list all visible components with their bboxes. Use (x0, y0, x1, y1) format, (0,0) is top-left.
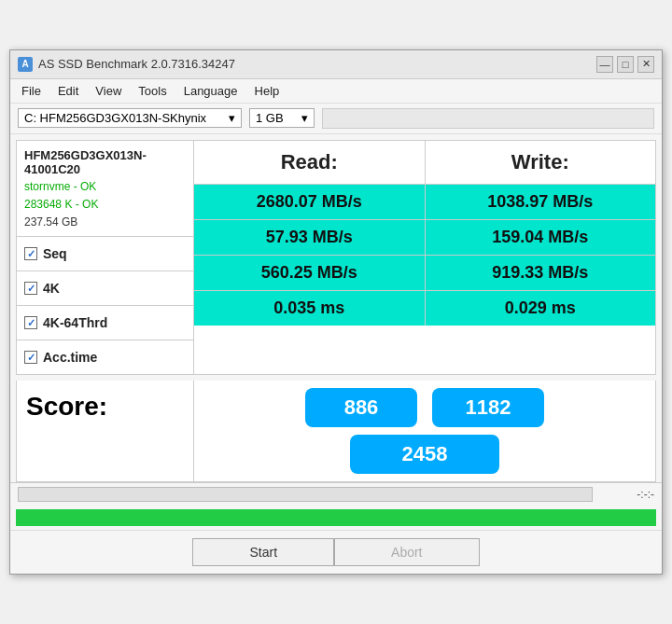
4k64-write-value: 919.33 MB/s (426, 256, 656, 290)
bottom-bar: -:-:- (10, 482, 662, 506)
acctime-read-value: 0.035 ms (194, 291, 426, 326)
row-label-4k64: ✓ 4K-64Thrd (17, 306, 193, 340)
4k-read-value: 57.93 MB/s (194, 220, 426, 255)
drive-select-arrow: ▾ (229, 111, 235, 125)
seq-values: 2680.07 MB/s 1038.97 MB/s (194, 185, 655, 220)
seq-checkbox[interactable]: ✓ (24, 247, 37, 260)
toolbar: C: HFM256GD3GX013N-SKhynix ▾ 1 GB ▾ (10, 104, 662, 134)
4k64-checkbox[interactable]: ✓ (24, 316, 37, 329)
bench-area: HFM256GD3GX013N-41001C20 stornvme - OK 2… (17, 141, 655, 374)
bottom-time: -:-:- (598, 488, 654, 501)
drive-driver-status: stornvme - OK 283648 K - OK (24, 178, 186, 214)
menu-item-tools[interactable]: Tools (131, 81, 174, 101)
menu-item-file[interactable]: File (14, 81, 49, 101)
right-columns: Read: Write: 2680.07 MB/s 1038.97 MB/s 5… (194, 141, 655, 374)
4k-values: 57.93 MB/s 159.04 MB/s (194, 220, 655, 256)
acctime-values: 0.035 ms 0.029 ms (194, 291, 655, 326)
seq-label: Seq (43, 246, 67, 261)
menu-item-view[interactable]: View (88, 81, 129, 101)
4k-write-value: 159.04 MB/s (426, 220, 656, 255)
acctime-write-value: 0.029 ms (426, 291, 656, 326)
size-select-arrow: ▾ (301, 111, 308, 125)
score-read-badge: 886 (305, 388, 417, 427)
drive-select-label: C: HFM256GD3GX013N-SKhynix (24, 111, 206, 125)
acctime-label: Acc.time (43, 350, 97, 365)
4k64-read-value: 560.25 MB/s (194, 256, 426, 290)
left-column: HFM256GD3GX013N-41001C20 stornvme - OK 2… (17, 141, 194, 374)
4k-checkbox[interactable]: ✓ (24, 282, 37, 295)
app-icon: A (18, 57, 33, 72)
score-label: Score: (17, 381, 194, 481)
minimize-button[interactable]: — (596, 56, 613, 73)
abort-button[interactable]: Abort (334, 538, 479, 566)
score-read-write-row: 886 1182 (202, 388, 648, 427)
menu-item-language[interactable]: Language (176, 81, 245, 101)
seq-write-value: 1038.97 MB/s (426, 185, 656, 219)
read-header: Read: (194, 141, 426, 184)
window-title: AS SSD Benchmark 2.0.7316.34247 (38, 57, 235, 71)
row-label-acctime: ✓ Acc.time (17, 340, 193, 374)
row-label-4k: ✓ 4K (17, 271, 193, 306)
score-write-badge: 1182 (432, 388, 544, 427)
seq-read-value: 2680.07 MB/s (194, 185, 426, 219)
size-select-label: 1 GB (256, 111, 284, 125)
drive-select[interactable]: C: HFM256GD3GX013N-SKhynix ▾ (18, 108, 242, 128)
menu-item-help[interactable]: Help (247, 81, 287, 101)
close-button[interactable]: ✕ (637, 56, 654, 73)
4k-label: 4K (43, 281, 60, 296)
acctime-checkbox[interactable]: ✓ (24, 351, 37, 364)
menu-bar: FileEditViewToolsLanguageHelp (10, 79, 662, 104)
green-status-bar (16, 509, 656, 526)
score-section: Score: 886 1182 2458 (16, 381, 656, 482)
action-buttons-area: Start Abort (10, 530, 662, 574)
menu-item-edit[interactable]: Edit (50, 81, 86, 101)
start-button[interactable]: Start (192, 538, 334, 566)
row-label-seq: ✓ Seq (17, 237, 193, 271)
top-progress-bar (322, 108, 654, 129)
4k64-label: 4K-64Thrd (43, 315, 107, 330)
maximize-button[interactable]: □ (617, 56, 634, 73)
4k64-values: 560.25 MB/s 919.33 MB/s (194, 256, 655, 291)
title-bar-left: A AS SSD Benchmark 2.0.7316.34247 (18, 57, 235, 72)
write-header: Write: (426, 141, 656, 184)
title-controls: — □ ✕ (596, 56, 654, 73)
bench-headers: Read: Write: (194, 141, 655, 185)
drive-model: HFM256GD3GX013N-41001C20 (24, 148, 186, 176)
size-select[interactable]: 1 GB ▾ (249, 108, 315, 128)
main-content: HFM256GD3GX013N-41001C20 stornvme - OK 2… (16, 140, 656, 375)
score-total-badge: 2458 (350, 435, 499, 474)
score-total-row: 2458 (202, 435, 648, 474)
bottom-progress-bar (18, 487, 593, 502)
drive-info-panel: HFM256GD3GX013N-41001C20 stornvme - OK 2… (17, 141, 193, 237)
main-window: A AS SSD Benchmark 2.0.7316.34247 — □ ✕ … (9, 49, 663, 575)
drive-capacity: 237.54 GB (24, 215, 186, 229)
score-values: 886 1182 2458 (194, 381, 655, 481)
title-bar: A AS SSD Benchmark 2.0.7316.34247 — □ ✕ (10, 50, 662, 79)
